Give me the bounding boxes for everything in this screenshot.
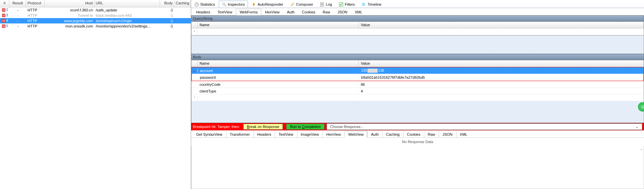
table-row[interactable]: passwordb9a501a515316278f7dbfe7a27d92bd5	[192, 74, 643, 81]
body-grid[interactable]: Name Value account135135passwordb9a501a5…	[191, 60, 644, 101]
tab-autoresponder-label: AutoResponder	[258, 2, 283, 6]
svg-line-14	[225, 5, 226, 6]
subtab-webforms[interactable]: WebForms	[236, 9, 261, 15]
magnifier-icon	[222, 2, 226, 7]
tab-inspectors[interactable]: Inspectors	[219, 1, 248, 8]
run-to-completion-button[interactable]: Run to Completion	[286, 124, 324, 130]
col-num[interactable]: #	[0, 0, 9, 7]
body-col-name[interactable]: Name	[198, 60, 359, 67]
resp-auth[interactable]: Auth	[367, 131, 382, 137]
svg-rect-3	[2, 14, 5, 17]
body-col-value[interactable]: Value	[359, 60, 644, 67]
subtab-cookies[interactable]: Cookies	[298, 9, 319, 15]
col-result[interactable]: Result	[9, 0, 26, 7]
col-url[interactable]: URL	[94, 0, 160, 7]
subtab-auth[interactable]: Auth	[283, 9, 298, 15]
tab-timeline[interactable]: Timeline	[358, 1, 384, 8]
resp-cookies[interactable]: Cookies	[403, 131, 424, 137]
svg-point-13	[222, 3, 225, 5]
resp-xml[interactable]: XML	[456, 131, 471, 137]
svg-rect-22	[362, 5, 365, 6]
subtab-xml[interactable]: XML	[351, 9, 366, 15]
subtab-hexview[interactable]: HexView	[261, 9, 283, 15]
tab-log-label: Log	[326, 2, 332, 6]
pause-icon	[1, 13, 6, 18]
table-row[interactable]: clientType4	[191, 88, 644, 94]
timeline-icon	[361, 2, 366, 7]
resp-imageview[interactable]: ImageView	[297, 131, 323, 137]
subtab-headers[interactable]: Headers	[192, 9, 214, 15]
subtab-json[interactable]: JSON	[334, 9, 351, 15]
clock-icon	[194, 2, 199, 7]
querystring-title: QueryString	[191, 15, 644, 21]
sessions-panel: # Result Protocol Host URL Body Caching …	[0, 0, 191, 189]
svg-rect-0	[2, 8, 5, 12]
tab-filters-label: Filters	[345, 2, 355, 6]
svg-rect-5	[4, 14, 5, 16]
tab-statistics[interactable]: Statistics	[191, 1, 218, 8]
breakpoint-text: Breakpoint hit. Tamper, then:	[193, 125, 240, 129]
scroll-up-icon[interactable]: ⌃	[640, 148, 643, 153]
pencil-icon	[290, 2, 295, 7]
svg-rect-2	[4, 9, 5, 11]
querystring-col-value[interactable]: Value	[359, 22, 644, 28]
no-response-data: No Response Data	[191, 138, 644, 146]
resp-json[interactable]: JSON	[439, 131, 456, 137]
svg-rect-6	[2, 19, 5, 22]
querystring-col-name[interactable]: Name	[198, 22, 359, 28]
resp-hexview[interactable]: HexView	[323, 131, 344, 137]
col-host[interactable]: Host	[45, 0, 94, 7]
tab-log[interactable]: Log	[317, 1, 335, 8]
break-on-response-button[interactable]: Break on Response	[243, 124, 283, 130]
session-row[interactable]: 5-HTTPmon.snssdk.com/monitor/appmonitor/…	[0, 23, 191, 29]
tab-inspectors-label: Inspectors	[228, 2, 245, 6]
resp-headers[interactable]: Headers	[254, 131, 275, 137]
body-new-row[interactable]	[191, 94, 644, 101]
resp-raw[interactable]: Raw	[424, 131, 439, 137]
pause-icon	[1, 8, 6, 12]
tab-composer-label: Composer	[296, 2, 313, 6]
resp-getsyntax[interactable]: Get SyntaxView	[192, 131, 226, 137]
resp-caching[interactable]: Caching	[382, 131, 403, 137]
tab-composer[interactable]: Composer	[287, 1, 316, 8]
tab-autoresponder[interactable]: AutoResponder	[249, 1, 286, 8]
resp-textview[interactable]: TextView	[275, 131, 297, 137]
inspector-panel: Statistics Inspectors AutoResponder Comp…	[191, 0, 644, 189]
breakpoint-bar: Breakpoint hit. Tamper, then: Break on R…	[191, 123, 644, 130]
svg-rect-20	[362, 3, 364, 4]
querystring-new-row[interactable]	[191, 28, 644, 35]
pause-icon	[1, 24, 6, 28]
svg-rect-21	[362, 4, 365, 5]
lightning-icon	[252, 2, 256, 7]
session-row[interactable]: 3-HTTPTunnel totrack.mediav.com:443-1	[0, 13, 191, 18]
svg-rect-10	[3, 25, 3, 27]
tab-timeline-label: Timeline	[368, 2, 381, 6]
session-row[interactable]: 2-HTTPvconf.f.360.cn/safe_update-1	[0, 7, 191, 13]
resp-webview[interactable]: WebView	[344, 131, 367, 138]
tab-filters[interactable]: Filters	[336, 1, 358, 8]
svg-rect-1	[3, 9, 3, 11]
subtab-raw[interactable]: Raw	[319, 9, 334, 15]
subtab-textview[interactable]: TextView	[214, 9, 236, 15]
obscured-segment	[368, 69, 378, 73]
svg-rect-11	[4, 25, 5, 27]
svg-rect-9	[2, 24, 5, 28]
body-empty	[191, 101, 644, 123]
document-icon	[320, 2, 325, 7]
request-subtabs: Headers TextView WebForms HexView Auth C…	[191, 8, 644, 15]
table-row[interactable]: countryCode86	[191, 81, 644, 88]
table-row[interactable]: account135135	[192, 67, 643, 74]
col-protocol[interactable]: Protocol	[26, 0, 45, 7]
resp-transformer[interactable]: Transformer	[226, 131, 254, 137]
querystring-grid[interactable]: Name Value	[191, 21, 644, 36]
querystring-empty	[191, 36, 644, 54]
col-body[interactable]: Body	[160, 0, 174, 7]
session-row[interactable]: 4-HTTPwww.jegotrip.com/portal/api/usr/v1…	[0, 18, 191, 23]
checkbox-icon	[339, 2, 343, 7]
response-body-area: ⌃	[191, 146, 644, 189]
svg-rect-4	[3, 14, 3, 16]
tab-statistics-label: Statistics	[200, 2, 215, 6]
pause-icon	[1, 18, 6, 23]
choose-response-dropdown[interactable]: Choose Response...	[327, 123, 642, 130]
col-caching[interactable]: Caching	[174, 0, 190, 7]
